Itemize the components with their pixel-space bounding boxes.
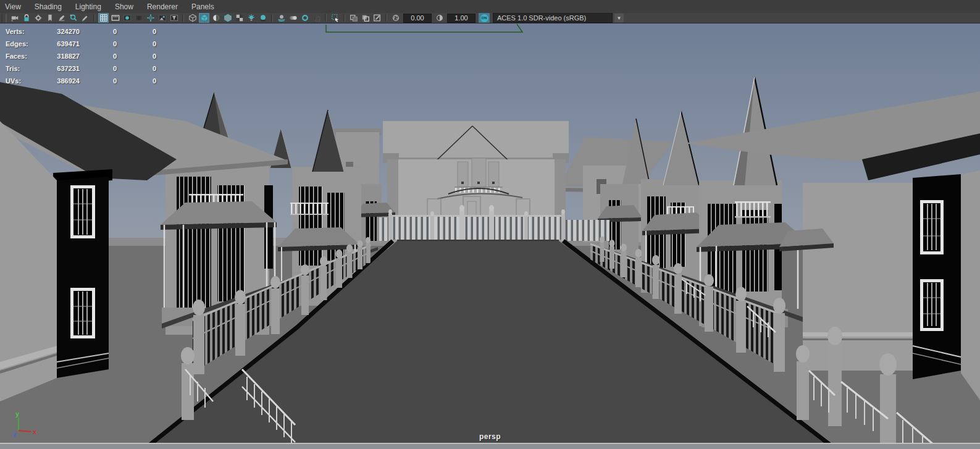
hud-row-verts: Verts:32427000 xyxy=(6,25,156,38)
screen-space-ao-button[interactable] xyxy=(276,13,287,23)
depth-peeling-button[interactable] xyxy=(311,13,322,23)
xray-button[interactable] xyxy=(348,13,359,23)
safe-action-button[interactable] xyxy=(157,13,167,23)
menu-lighting[interactable]: Lighting xyxy=(69,1,108,12)
grid-toggle-button[interactable] xyxy=(98,13,109,23)
toolbar-separator xyxy=(182,14,184,22)
menu-renderer[interactable]: Renderer xyxy=(140,1,185,12)
camera-attributes-button[interactable] xyxy=(33,13,43,23)
shadows-button[interactable] xyxy=(258,13,268,23)
hud-row-faces: Faces:31882700 xyxy=(6,50,156,62)
axis-z-label: z xyxy=(13,430,17,438)
view-transform-select[interactable]: ACES 1.0 SDR-video (sRGB) xyxy=(493,13,613,23)
use-all-lights-button[interactable] xyxy=(246,13,256,23)
on-badge: ON xyxy=(480,14,488,22)
bookmark-button[interactable] xyxy=(44,13,55,23)
maya-viewport-panel: View Shading Lighting Show Renderer Pane… xyxy=(0,0,980,449)
viewport-3d[interactable]: y x z Verts:32427000 Edges:63947100 Face… xyxy=(0,23,980,449)
textured-button[interactable] xyxy=(211,13,221,23)
panel-menu-bar: View Shading Lighting Show Renderer Pane… xyxy=(0,0,980,14)
axis-x-label: x xyxy=(33,428,37,435)
motion-blur-button[interactable] xyxy=(288,13,298,23)
menu-panels[interactable]: Panels xyxy=(185,1,221,12)
toolbar-separator xyxy=(325,14,327,22)
default-material-button[interactable] xyxy=(234,13,245,23)
smooth-shaded-button[interactable] xyxy=(199,13,209,23)
menu-show[interactable]: Show xyxy=(108,1,140,12)
grease-pencil-button[interactable] xyxy=(80,13,90,23)
toolbar-separator xyxy=(343,14,345,22)
panel-toolbar: ON ACES 1.0 SDR-video (sRGB) ▼ xyxy=(0,13,980,23)
toolbar-separator xyxy=(385,14,387,22)
field-chart-button[interactable] xyxy=(145,13,156,23)
axis-y-label: y xyxy=(15,410,20,418)
chevron-down-icon[interactable]: ▼ xyxy=(614,13,624,23)
hud-row-tris: Tris:63723100 xyxy=(6,62,156,75)
hud-row-uvs: UVs:38692400 xyxy=(6,75,156,87)
isolate-select-button[interactable] xyxy=(330,13,340,23)
toolbar-separator xyxy=(271,14,273,22)
gate-mask-button[interactable] xyxy=(133,13,144,23)
hud-row-edges: Edges:63947100 xyxy=(6,38,156,50)
toolbar-separator xyxy=(93,14,95,22)
poly-count-hud: Verts:32427000 Edges:63947100 Faces:3188… xyxy=(6,25,156,87)
contrast-icon xyxy=(434,13,445,23)
toolbar-grip[interactable] xyxy=(1,14,7,22)
resolution-gate-button[interactable] xyxy=(122,13,132,23)
lock-camera-button[interactable] xyxy=(21,13,31,23)
plugin-shading-button[interactable] xyxy=(372,13,382,23)
exposure-icon xyxy=(390,13,401,23)
menu-shading[interactable]: Shading xyxy=(28,1,69,12)
exposure-field[interactable] xyxy=(403,14,432,23)
anti-aliasing-button[interactable] xyxy=(299,13,310,23)
menu-view[interactable]: View xyxy=(0,1,28,12)
camera-name-label: persp xyxy=(479,432,501,441)
image-plane-button[interactable] xyxy=(56,13,67,23)
gamma-field[interactable] xyxy=(447,14,475,23)
wireframe-on-shaded-button[interactable] xyxy=(222,13,233,23)
safe-title-button[interactable] xyxy=(169,13,179,23)
film-gate-button[interactable] xyxy=(110,13,120,23)
view-transform-value: ACES 1.0 SDR-video (sRGB) xyxy=(497,14,586,22)
wireframe-button[interactable] xyxy=(187,13,198,23)
scene-3d: y x z xyxy=(0,23,980,449)
view-transform-toggle[interactable]: ON xyxy=(479,13,490,23)
pan-zoom-button[interactable] xyxy=(68,13,78,23)
xray-joints-button[interactable] xyxy=(360,13,371,23)
select-camera-button[interactable] xyxy=(9,13,20,23)
